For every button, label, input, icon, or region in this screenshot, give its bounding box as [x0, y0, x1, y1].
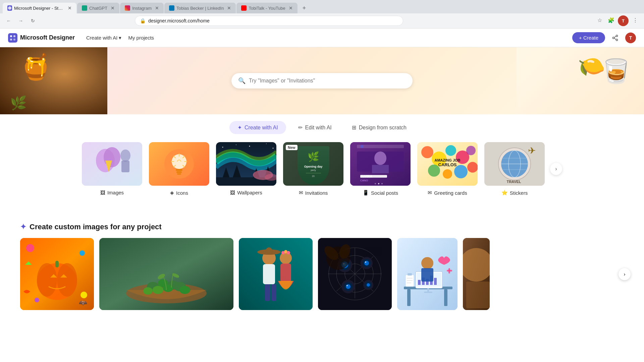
svg-rect-43 [357, 145, 404, 148]
tab-edit-ai-label: Edit with AI [305, 125, 332, 131]
create-button-label: + Create [579, 35, 598, 41]
svg-point-78 [57, 263, 77, 297]
category-images[interactable]: 🖼 Images [82, 142, 142, 195]
tab-chatgpt[interactable]: ChatGPT ✕ [77, 3, 119, 13]
nav-projects-label: My projects [128, 35, 154, 41]
grid-image-spider[interactable] [318, 238, 392, 310]
nav-create-with-ai[interactable]: Create with AI ▾ [83, 33, 125, 43]
back-button[interactable]: ← [4, 16, 13, 25]
tab-design-scratch-label: Design from scratch [359, 125, 407, 131]
tab-close-linkedin[interactable]: ✕ [227, 5, 231, 11]
browser-chrome: Microsoft Designer - Stunning ✕ ChatGPT … [0, 0, 644, 28]
logo-icon [8, 33, 17, 43]
svg-text:ELVIRA: ELVIRA [360, 175, 372, 178]
grid-image-medical[interactable] [397, 238, 458, 310]
image-grid: 🦇 [20, 238, 624, 310]
tabs-section: ✦ Create with AI ✏ Edit with AI ⊞ Design… [0, 114, 644, 142]
svg-point-82 [26, 244, 34, 252]
svg-rect-152 [421, 268, 433, 282]
tab-close-instagram[interactable]: ✕ [155, 5, 159, 11]
svg-rect-16 [121, 161, 129, 172]
logo-text: Microsoft Designer [20, 34, 75, 41]
tab-edit-icon: ✏ [298, 124, 303, 131]
tab-close-youtube[interactable]: ✕ [289, 5, 293, 11]
tab-edit-with-ai[interactable]: ✏ Edit with AI [290, 121, 340, 134]
social-icon: 📱 [363, 190, 369, 196]
svg-point-92 [153, 286, 163, 294]
tab-youtube[interactable]: TobiTalk - YouTube ✕ [236, 3, 297, 13]
tab-linkedin[interactable]: Tobias Becker | LinkedIn ✕ [164, 3, 236, 13]
svg-rect-148 [434, 278, 437, 285]
category-invitations[interactable]: New 🌿 Opening day party 20 ✉ Invitations [283, 142, 343, 196]
category-social[interactable]: ELVIRA CANO 📱 Social posts [350, 142, 411, 196]
nav-create-dropdown-icon: ▾ [119, 35, 121, 41]
svg-point-161 [463, 248, 490, 282]
category-icons[interactable]: ◈ Icons [149, 142, 209, 196]
svg-point-51 [375, 183, 376, 184]
svg-point-46 [374, 152, 386, 165]
svg-point-30 [222, 147, 223, 148]
tab-close-chatgpt[interactable]: ✕ [111, 5, 115, 11]
section-title-icon: ✦ [20, 223, 26, 231]
menu-icon[interactable]: ⋮ [631, 15, 640, 25]
svg-point-57 [445, 145, 456, 156]
hero-left-image: 🍯 🌿 [0, 47, 107, 114]
share-icon[interactable] [609, 32, 621, 44]
category-stickers-label: ⭐ Stickers [501, 190, 528, 196]
wallpapers-icon: 🖼 [230, 190, 235, 195]
svg-point-52 [378, 183, 379, 184]
category-image-greeting: AMAZING JOB CARLOS [417, 142, 478, 186]
new-tab-button[interactable]: + [300, 3, 309, 13]
tab-label-designer: Microsoft Designer - Stunning [14, 6, 64, 11]
category-greeting[interactable]: AMAZING JOB CARLOS ✉ Greeting cards [417, 142, 478, 196]
svg-point-3 [13, 35, 15, 37]
forward-button[interactable]: → [16, 16, 25, 25]
category-wallpapers[interactable]: 🖼 Wallpapers [216, 142, 276, 195]
svg-point-4 [10, 39, 12, 41]
svg-point-7 [613, 37, 614, 39]
svg-point-44 [360, 145, 364, 148]
svg-rect-21 [177, 173, 181, 175]
grid-image-pumpkin[interactable]: 🦇 [20, 238, 94, 310]
create-button[interactable]: + Create [572, 32, 605, 43]
tab-close-designer[interactable]: ✕ [68, 5, 72, 11]
new-badge: New [286, 145, 298, 150]
svg-point-126 [364, 261, 369, 265]
svg-point-53 [381, 183, 383, 184]
grid-image-olives[interactable] [99, 238, 233, 310]
profile-icon[interactable]: T [618, 15, 629, 26]
grid-image-couple[interactable] [239, 238, 313, 310]
svg-rect-110 [280, 263, 291, 282]
category-social-label: 📱 Social posts [363, 190, 398, 196]
category-stickers[interactable]: ✈ TRAVEL ⭐ Stickers [484, 142, 545, 196]
svg-rect-1 [8, 33, 17, 43]
image-grid-next-arrow[interactable]: › [619, 268, 631, 280]
svg-point-31 [236, 144, 236, 145]
categories-next-arrow[interactable]: › [550, 163, 562, 175]
svg-rect-144 [418, 280, 421, 285]
user-avatar[interactable]: T [625, 33, 636, 43]
svg-rect-159 [448, 268, 450, 274]
tab-design-from-scratch[interactable]: ⊞ Design from scratch [344, 121, 415, 134]
url-bar[interactable]: 🔒 designer.microsoft.com/home [135, 16, 403, 26]
svg-point-59 [466, 146, 476, 155]
app-logo[interactable]: Microsoft Designer [8, 33, 75, 43]
svg-line-9 [614, 36, 616, 38]
tab-instagram[interactable]: Instagram ✕ [120, 3, 164, 13]
nav-my-projects[interactable]: My projects [125, 33, 157, 43]
svg-point-84 [80, 292, 87, 298]
tab-create-with-ai[interactable]: ✦ Create with AI [229, 121, 286, 134]
bookmark-icon[interactable]: ☆ [595, 15, 604, 25]
grid-image-partial[interactable] [463, 238, 490, 310]
search-icon: 🔍 [238, 77, 246, 84]
svg-point-96 [179, 286, 190, 294]
svg-text:CANO: CANO [360, 179, 368, 182]
greeting-icon: ✉ [428, 190, 432, 196]
svg-rect-81 [55, 261, 59, 267]
icons-icon: ◈ [170, 190, 174, 196]
search-input[interactable] [249, 78, 406, 84]
tab-microsoft-designer[interactable]: Microsoft Designer - Stunning ✕ [3, 3, 76, 13]
tab-label-chatgpt: ChatGPT [89, 6, 107, 11]
extensions-icon[interactable]: 🧩 [606, 15, 616, 25]
reload-button[interactable]: ↻ [28, 16, 38, 25]
